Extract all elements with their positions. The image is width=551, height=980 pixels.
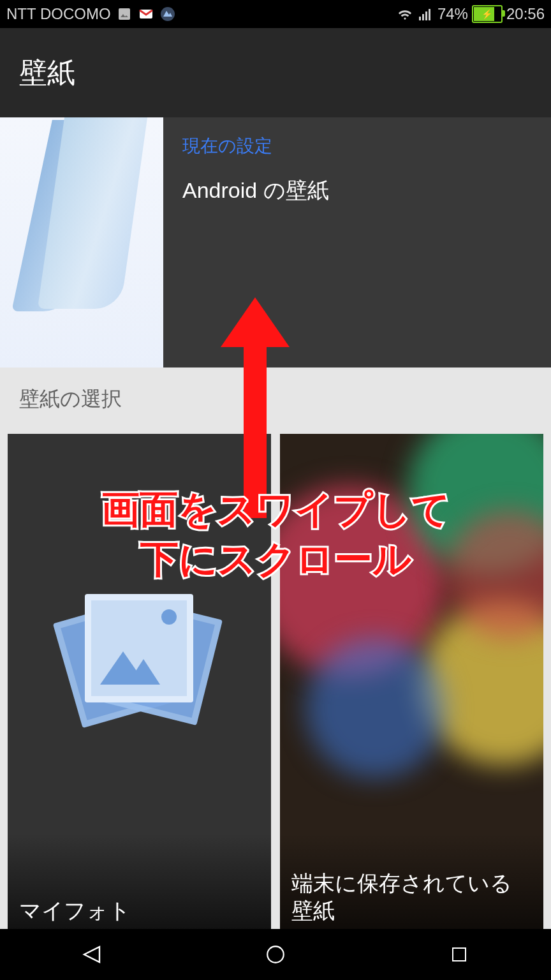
app-notification-icon: [159, 6, 176, 22]
tile-local-wallpapers[interactable]: 端末に保存されている壁紙: [280, 434, 543, 929]
section-title: 壁紙の選択: [19, 385, 122, 413]
battery-icon: ⚡: [472, 5, 503, 23]
svg-rect-5: [425, 11, 427, 20]
gmail-icon: [138, 6, 154, 22]
current-wallpaper-row[interactable]: 現在の設定 Android の壁紙: [0, 117, 551, 368]
svg-rect-4: [422, 14, 424, 20]
svg-rect-8: [453, 948, 466, 961]
navigation-bar: [0, 929, 551, 980]
page-title: 壁紙: [19, 54, 75, 92]
current-setting-label: 現在の設定: [182, 134, 532, 158]
my-photos-icon: [70, 593, 210, 720]
carrier-label: NTT DOCOMO: [6, 5, 111, 23]
battery-percent: 74%: [437, 5, 468, 23]
svg-rect-6: [429, 9, 430, 20]
svg-rect-0: [119, 8, 130, 20]
svg-rect-3: [419, 17, 421, 20]
tile-label: マイフォト: [8, 888, 271, 930]
status-bar: NTT DOCOMO 74% ⚡ 20:56: [0, 0, 551, 28]
tile-label: 端末に保存されている壁紙: [280, 861, 543, 929]
clock: 20:56: [506, 5, 545, 23]
app-bar: 壁紙: [0, 28, 551, 117]
tile-my-photos[interactable]: マイフォト: [8, 434, 271, 929]
nav-home-button[interactable]: [237, 935, 314, 974]
signal-icon: [417, 6, 434, 22]
svg-point-7: [267, 946, 284, 963]
nav-recents-button[interactable]: [421, 935, 497, 974]
nav-back-button[interactable]: [54, 935, 130, 974]
wifi-icon: [397, 6, 413, 22]
wallpaper-source-grid: マイフォト 端末に保存されている壁紙: [8, 434, 543, 929]
current-wallpaper-name: Android の壁紙: [182, 176, 532, 205]
screen: NTT DOCOMO 74% ⚡ 20:56 壁紙: [0, 0, 551, 980]
current-wallpaper-thumb: [0, 117, 163, 368]
image-icon: [116, 6, 133, 22]
